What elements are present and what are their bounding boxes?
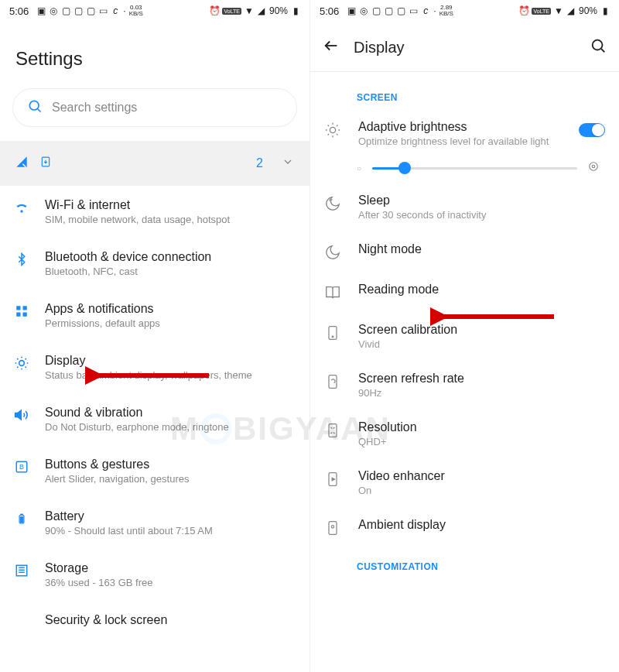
display-item-video-enhancer[interactable]: Video enhancer On [310, 458, 619, 507]
display-item-night-mode[interactable]: Night mode [310, 231, 619, 272]
item-subtitle: Vivid [358, 338, 605, 350]
svg-point-21 [593, 40, 603, 50]
display-item-ambient-display[interactable]: Ambient display [310, 507, 619, 547]
network-speed: 0.03 KB/S [129, 5, 143, 17]
display-item-refresh-rate[interactable]: Screen refresh rate 90Hz [310, 361, 619, 410]
signal-icon: ◢ [566, 6, 576, 15]
app-icon: ▢ [371, 6, 381, 15]
battery-icon: ▮ [600, 6, 610, 15]
youtube-icon: ▣ [36, 6, 46, 15]
settings-item-buttons[interactable]: B Buttons & gestures Alert Slider, navig… [0, 445, 310, 497]
display-item-reading-mode[interactable]: Reading mode [310, 272, 619, 312]
item-title: Sleep [358, 194, 605, 207]
item-title: Screen refresh rate [358, 372, 605, 386]
item-title: Sound & vibration [45, 406, 296, 420]
item-subtitle: Do Not Disturb, earphone mode, ringtone [45, 421, 296, 433]
signal-icon: ◢ [257, 6, 266, 15]
svg-point-25 [590, 163, 598, 171]
svg-point-0 [29, 101, 39, 110]
item-subtitle: Optimize brightness level for available … [358, 135, 562, 147]
item-title: Storage [45, 561, 296, 575]
app-icon: ▭ [98, 6, 108, 15]
item-title: Night mode [358, 242, 605, 256]
svg-rect-6 [16, 313, 20, 317]
sim-download-icon [40, 155, 51, 172]
youtube-icon: ▣ [347, 6, 356, 15]
chevron-down-icon [282, 156, 294, 171]
sleep-icon: zz [324, 195, 341, 212]
settings-item-wifi[interactable]: Wi-Fi & internet SIM, mobile network, da… [0, 186, 310, 238]
storage-icon [14, 563, 29, 578]
refresh-icon [324, 373, 341, 390]
item-title: Reading mode [358, 283, 605, 297]
sound-icon [14, 407, 29, 423]
instagram-icon: ◎ [359, 6, 368, 15]
wifi-icon [14, 200, 29, 215]
instagram-icon: ◎ [49, 6, 58, 15]
item-title: Screen calibration [358, 323, 605, 337]
item-title: Ambient display [358, 518, 605, 532]
lock-icon [14, 615, 29, 630]
item-title: Bluetooth & device connection [45, 250, 296, 264]
item-subtitle: Permissions, default apps [45, 317, 296, 329]
display-item-resolution[interactable]: Resolution QHD+ [310, 410, 619, 458]
volte-badge: VoLTE [532, 8, 551, 15]
svg-rect-13 [21, 514, 22, 515]
back-button[interactable] [323, 37, 340, 57]
search-icon [27, 98, 43, 117]
item-title: Display [45, 354, 296, 368]
display-item-screen-calibration[interactable]: Screen calibration Vivid [310, 312, 619, 361]
item-subtitle: Alert Slider, navigation, gestures [45, 473, 296, 485]
item-title: Security & lock screen [45, 613, 296, 627]
display-item-sleep[interactable]: zz Sleep After 30 seconds of inactivity [310, 183, 619, 231]
app-icon: ▢ [396, 6, 405, 15]
search-settings[interactable]: Search settings [12, 88, 297, 127]
svg-text:B: B [19, 463, 24, 471]
display-item-adaptive-brightness[interactable]: Adaptive brightness Optimize brightness … [310, 109, 619, 158]
apps-icon [14, 303, 29, 319]
section-label-customization: CUSTOMIZATION [310, 547, 619, 578]
wifi-icon: ▼ [245, 6, 254, 15]
calibration-icon [324, 324, 341, 341]
page-title: Display [354, 39, 576, 57]
brightness-slider[interactable] [372, 167, 577, 170]
item-subtitle: SIM, mobile network, data usage, hotspot [45, 214, 296, 225]
item-subtitle: Status bar, ambient display, wallpapers,… [45, 369, 296, 381]
search-button[interactable] [590, 37, 607, 57]
resolution-icon [324, 422, 341, 439]
settings-item-apps[interactable]: Apps & notifications Permissions, defaul… [0, 290, 310, 341]
settings-item-bluetooth[interactable]: Bluetooth & device connection Bluetooth,… [0, 238, 310, 290]
item-subtitle: Bluetooth, NFC, cast [45, 266, 296, 277]
app-icon: c [421, 6, 430, 15]
section-label-screen: SCREEN [310, 78, 619, 109]
svg-point-24 [592, 165, 595, 168]
sim-row[interactable]: 2 [0, 141, 310, 186]
settings-item-display[interactable]: Display Status bar, ambient display, wal… [0, 341, 310, 393]
item-subtitle: 90Hz [358, 387, 605, 399]
sim-count: 2 [256, 156, 263, 170]
item-subtitle: After 30 seconds of inactivity [358, 209, 605, 221]
item-subtitle: 36% used - 163 GB free [45, 577, 296, 588]
svg-point-28 [332, 336, 333, 338]
settings-pane: 5:06 ▣ ◎ ▢ ▢ ▢ ▭ c · 0.03 KB/S ⏰ VoLTE ▼… [0, 0, 310, 672]
adaptive-brightness-toggle[interactable] [579, 123, 605, 137]
app-icon: ▭ [409, 6, 418, 15]
ambient-icon [324, 519, 341, 537]
app-icon: ▢ [384, 6, 393, 15]
svg-rect-14 [20, 517, 23, 523]
svg-marker-32 [332, 478, 334, 480]
svg-rect-7 [23, 313, 27, 317]
item-title: Video enhancer [358, 469, 605, 483]
status-time: 5:06 [320, 5, 339, 17]
brightness-max-icon [588, 161, 599, 175]
battery-percent: 90% [269, 5, 288, 16]
bluetooth-icon [14, 252, 29, 267]
video-icon [324, 471, 341, 488]
settings-item-battery[interactable]: Battery 90% - Should last until about 7:… [0, 497, 310, 549]
settings-item-sound[interactable]: Sound & vibration Do Not Disturb, earpho… [0, 393, 310, 445]
settings-item-security[interactable]: Security & lock screen [0, 601, 310, 630]
settings-item-storage[interactable]: Storage 36% used - 163 GB free [0, 549, 310, 601]
app-icon: ▢ [74, 6, 83, 15]
svg-rect-30 [329, 424, 337, 437]
alarm-icon: ⏰ [519, 6, 528, 15]
